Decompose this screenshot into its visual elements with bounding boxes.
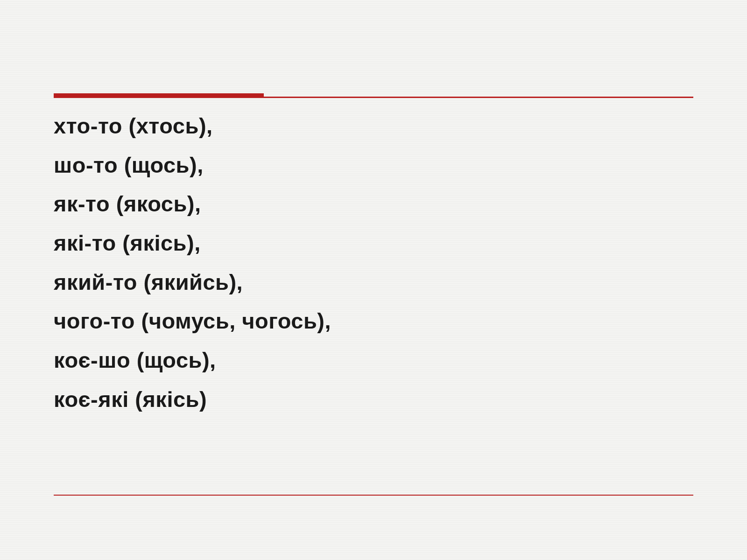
top-rule [54,93,693,98]
text-line: які-то (якісь), [54,224,693,263]
bottom-rule [54,495,693,496]
text-line: коє-які (якісь) [54,380,693,419]
text-line: який-то (якийсь), [54,263,693,302]
text-line: шо-то (щось), [54,146,693,185]
text-line: чого-то (чомусь, чогось), [54,301,693,341]
text-line: коє-шо (щось), [54,341,693,380]
slide-container: хто-то (хтось), шо-то (щось), як-то (яко… [0,0,747,560]
text-line: як-то (якось), [54,184,693,224]
text-line: хто-то (хтось), [54,106,693,146]
top-rule-thin [264,97,693,98]
content-block: хто-то (хтось), шо-то (щось), як-то (яко… [54,106,693,419]
top-rule-thick [54,93,264,98]
